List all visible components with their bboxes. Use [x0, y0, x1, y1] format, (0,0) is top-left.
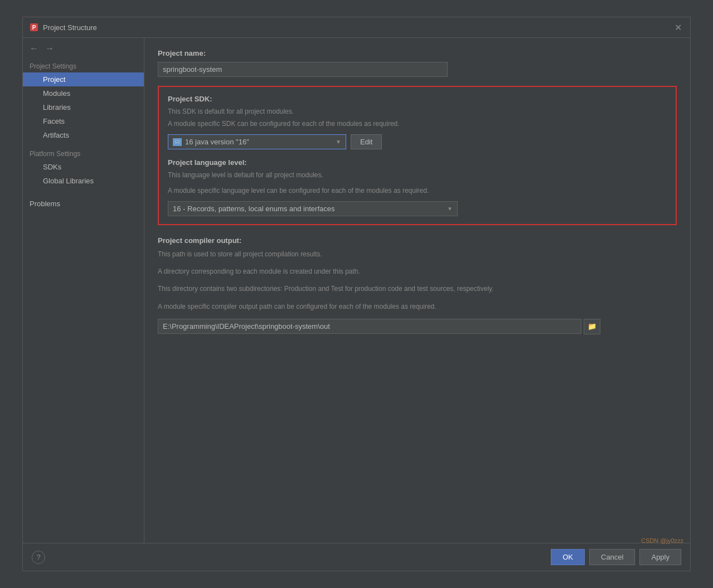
action-buttons: OK Cancel Apply [551, 549, 681, 565]
compiler-path-input[interactable] [158, 319, 581, 334]
sdk-dropdown[interactable]: 🗂 16 java version "16" ▼ [168, 134, 346, 149]
sidebar-item-label: Global Libraries [43, 177, 94, 185]
sidebar-item-global-libraries[interactable]: Global Libraries [23, 174, 144, 188]
platform-settings-header: Platform Settings [23, 147, 144, 160]
sdk-controls: 🗂 16 java version "16" ▼ Edit [168, 134, 667, 149]
sdk-desc1: This SDK is default for all project modu… [168, 106, 667, 116]
close-button[interactable]: ✕ [672, 22, 683, 33]
lang-level-desc1: This language level is default for all p… [168, 170, 667, 180]
cancel-button[interactable]: Cancel [589, 549, 635, 565]
project-structure-dialog: P Project Structure ✕ ← → Project Settin… [22, 17, 691, 571]
help-button[interactable]: ? [32, 551, 45, 564]
app-icon: P [30, 23, 38, 32]
title-bar-left: P Project Structure [30, 23, 97, 32]
sidebar-item-label: Problems [30, 200, 60, 208]
sidebar-item-label: SDKs [43, 163, 61, 171]
watermark: CSDN @jy0zzz [641, 537, 683, 544]
main-panel: Project name: Project SDK: This SDK is d… [144, 38, 690, 543]
sdk-value: 16 java version "16" [185, 138, 249, 146]
chevron-down-icon: ▼ [336, 139, 341, 145]
folder-icon: 📁 [588, 322, 596, 331]
compiler-title: Project compiler output: [158, 236, 677, 245]
sdk-icon: 🗂 [173, 138, 182, 146]
sdk-dropdown-inner: 🗂 16 java version "16" [173, 138, 249, 146]
sidebar-item-label: Facets [43, 117, 65, 125]
lang-chevron-down-icon: ▼ [447, 206, 453, 212]
sdk-desc2: A module specific SDK can be configured … [168, 119, 667, 129]
sidebar: ← → Project Settings Project Modules Lib… [23, 38, 144, 543]
lang-level-title: Project language level: [168, 158, 667, 167]
project-name-label: Project name: [158, 49, 677, 57]
lang-level-value: 16 - Records, patterns, local enums and … [173, 205, 334, 213]
edit-sdk-button[interactable]: Edit [351, 134, 382, 149]
compiler-desc4: A module specific compiler output path c… [158, 302, 677, 312]
sidebar-item-label: Modules [43, 89, 70, 98]
sidebar-item-facets[interactable]: Facets [23, 114, 144, 128]
nav-controls: ← → [23, 40, 144, 59]
project-name-input[interactable] [158, 62, 448, 77]
sidebar-item-sdks[interactable]: SDKs [23, 160, 144, 174]
compiler-desc3: This directory contains two subdirectori… [158, 284, 677, 294]
sdk-section: Project SDK: This SDK is default for all… [158, 86, 677, 225]
lang-level-desc2: A module specific language level can be … [168, 186, 667, 196]
sidebar-item-project[interactable]: Project [23, 72, 144, 86]
sidebar-item-label: Libraries [43, 103, 71, 111]
project-settings-header: Project Settings [23, 59, 144, 72]
sidebar-item-label: Project [43, 75, 65, 84]
sidebar-item-artifacts[interactable]: Artifacts [23, 128, 144, 142]
ok-button[interactable]: OK [551, 549, 585, 565]
sidebar-item-label: Artifacts [43, 131, 69, 139]
sidebar-item-modules[interactable]: Modules [23, 86, 144, 100]
lang-level-dropdown[interactable]: 16 - Records, patterns, local enums and … [168, 201, 458, 216]
compiler-desc2: A directory corresponding to each module… [158, 266, 677, 277]
compiler-desc1: This path is used to store all project c… [158, 249, 677, 260]
forward-button[interactable]: → [43, 42, 56, 55]
folder-browse-button[interactable]: 📁 [584, 319, 600, 334]
sdk-title: Project SDK: [168, 95, 667, 103]
dialog-title: Project Structure [43, 23, 97, 32]
main-content: ← → Project Settings Project Modules Lib… [23, 38, 690, 543]
sidebar-item-libraries[interactable]: Libraries [23, 100, 144, 114]
title-bar: P Project Structure ✕ [23, 17, 690, 38]
compiler-path-row: 📁 [158, 319, 677, 334]
back-button[interactable]: ← [27, 42, 41, 55]
bottom-bar: ? OK Cancel Apply [23, 543, 690, 571]
svg-text:P: P [32, 25, 36, 31]
compiler-section: Project compiler output: This path is us… [158, 236, 677, 334]
sidebar-item-problems[interactable]: Problems [23, 197, 144, 211]
apply-button[interactable]: Apply [639, 549, 681, 565]
